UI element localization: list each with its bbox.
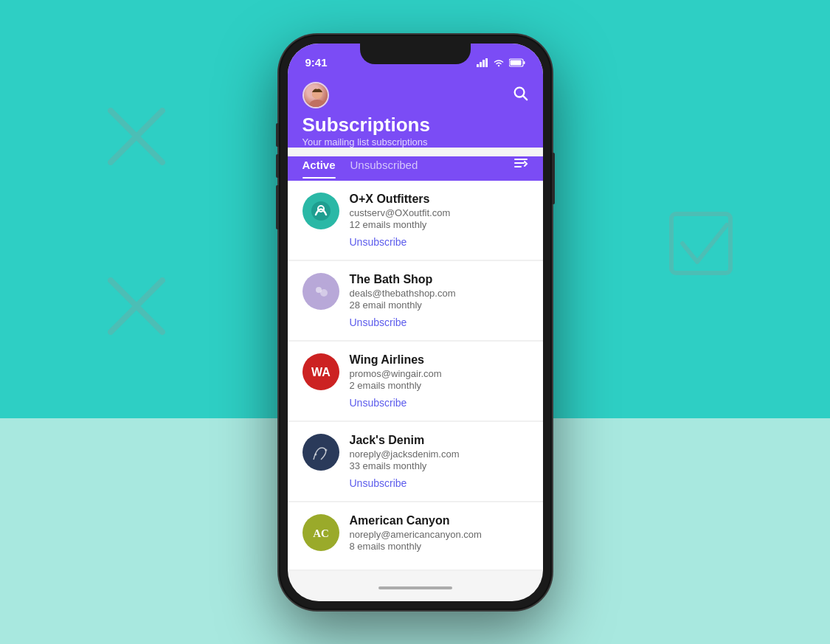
svg-rect-5: [477, 64, 479, 67]
phone-screen: 9:41: [288, 44, 543, 601]
wing-logo-svg: WA: [302, 353, 339, 390]
svg-point-25: [320, 289, 328, 297]
power-button: [552, 153, 555, 204]
subscription-name-jacks: Jack's Denim: [350, 434, 528, 447]
subscription-freq-wing: 2 emails monthly: [350, 380, 528, 391]
subscription-name-ac: American Canyon: [350, 514, 528, 527]
svg-point-29: [314, 454, 317, 456]
subscriptions-list: O+X Outfitters custserv@OXoutfit.com 12 …: [288, 181, 543, 571]
subscription-freq-ox: 12 emails monthly: [350, 219, 528, 230]
subscription-email-ox: custserv@OXoutfit.com: [350, 207, 528, 218]
ac-logo-svg: AC: [302, 514, 339, 551]
signal-icon: [477, 58, 488, 67]
app-header: Subscriptions Your mailing list subscrip…: [288, 76, 543, 148]
svg-point-28: [303, 434, 339, 470]
subscription-freq-ac: 8 emails monthly: [350, 541, 528, 552]
subscription-email-ac: noreply@americancanyon.com: [350, 529, 528, 540]
tabs-left: Active Unsubscribed: [302, 159, 418, 179]
svg-point-14: [309, 100, 325, 108]
tab-bar: Active Unsubscribed: [288, 156, 543, 181]
subscription-item-jacks-denim: Jack's Denim noreply@jacksdenim.com 33 e…: [288, 422, 543, 501]
jacks-logo-svg: [302, 434, 339, 471]
avatar-svg: [304, 83, 329, 108]
svg-point-30: [325, 449, 327, 451]
subscription-info-wing: Wing Airlines promos@wingair.com 2 email…: [350, 353, 528, 409]
subscription-name-wing: Wing Airlines: [350, 353, 528, 367]
home-indicator: [378, 586, 452, 589]
subscription-logo-ox: [302, 193, 339, 229]
subscription-info-jacks: Jack's Denim noreply@jacksdenim.com 33 e…: [350, 434, 528, 489]
unsubscribe-button-wing[interactable]: Unsubscribe: [350, 397, 528, 409]
tab-unsubscribed[interactable]: Unsubscribed: [350, 159, 418, 179]
unsubscribe-button-jacks[interactable]: Unsubscribe: [350, 477, 528, 489]
svg-text:AC: AC: [313, 527, 329, 539]
phone-notch: [360, 44, 471, 64]
subscription-item-wing-airlines: WA Wing Airlines promos@wingair.com 2 em…: [288, 342, 543, 420]
tab-active[interactable]: Active: [302, 159, 336, 179]
svg-line-17: [523, 96, 527, 100]
sort-icon: [513, 156, 528, 170]
volume-down-button: [276, 185, 279, 229]
svg-rect-11: [510, 60, 521, 65]
subscription-info-bath: The Bath Shop deals@thebathshop.com 28 e…: [350, 273, 528, 328]
subscription-item-ox-outfitters: O+X Outfitters custserv@OXoutfit.com 12 …: [288, 181, 543, 260]
volume-up-button: [276, 154, 279, 178]
avatar-image: [304, 83, 328, 107]
subscription-logo-bath: [302, 273, 339, 310]
subscription-email-jacks: noreply@jacksdenim.com: [350, 449, 528, 460]
bath-logo-svg: [310, 280, 332, 302]
subscription-freq-bath: 28 email monthly: [350, 300, 528, 311]
header-top-row: [302, 82, 528, 108]
ox-logo-svg: [310, 200, 332, 222]
subscription-info-ox: O+X Outfitters custserv@OXoutfit.com 12 …: [350, 193, 528, 248]
subscription-email-bath: deals@thebathshop.com: [350, 288, 528, 299]
svg-text:WA: WA: [311, 366, 331, 378]
page-title: Subscriptions: [302, 114, 528, 136]
svg-rect-12: [523, 61, 525, 64]
sort-button[interactable]: [513, 156, 528, 181]
unsubscribe-button-bath[interactable]: Unsubscribe: [350, 316, 528, 328]
unsubscribe-button-ox[interactable]: Unsubscribe: [350, 236, 528, 248]
search-button[interactable]: [512, 85, 528, 105]
svg-rect-8: [485, 58, 488, 67]
subscription-info-ac: American Canyon noreply@americancanyon.c…: [350, 514, 528, 558]
status-time: 9:41: [305, 56, 328, 69]
svg-rect-6: [480, 62, 482, 67]
svg-rect-7: [483, 60, 485, 67]
subscription-logo-ac: AC: [302, 514, 339, 551]
svg-point-9: [497, 64, 499, 66]
subscription-name-bath: The Bath Shop: [350, 273, 528, 286]
subscription-freq-jacks: 33 emails monthly: [350, 460, 528, 471]
subscription-item-american-canyon: AC American Canyon noreply@americancanyo…: [288, 502, 543, 569]
status-icons: [477, 58, 525, 67]
subscription-logo-jacks: [302, 434, 339, 471]
subscription-name-ox: O+X Outfitters: [350, 193, 528, 206]
subscription-email-wing: promos@wingair.com: [350, 368, 528, 379]
page-subtitle: Your mailing list subscriptions: [302, 136, 528, 148]
phone-device: 9:41: [279, 35, 552, 610]
wifi-icon: [493, 58, 505, 67]
battery-icon: [509, 58, 525, 67]
subscription-item-bath-shop: The Bath Shop deals@thebathshop.com 28 e…: [288, 261, 543, 340]
volume-mute-button: [276, 123, 279, 147]
subscription-logo-wing: WA: [302, 353, 339, 390]
phone-body: 9:41: [279, 35, 552, 610]
user-avatar[interactable]: [302, 82, 329, 108]
